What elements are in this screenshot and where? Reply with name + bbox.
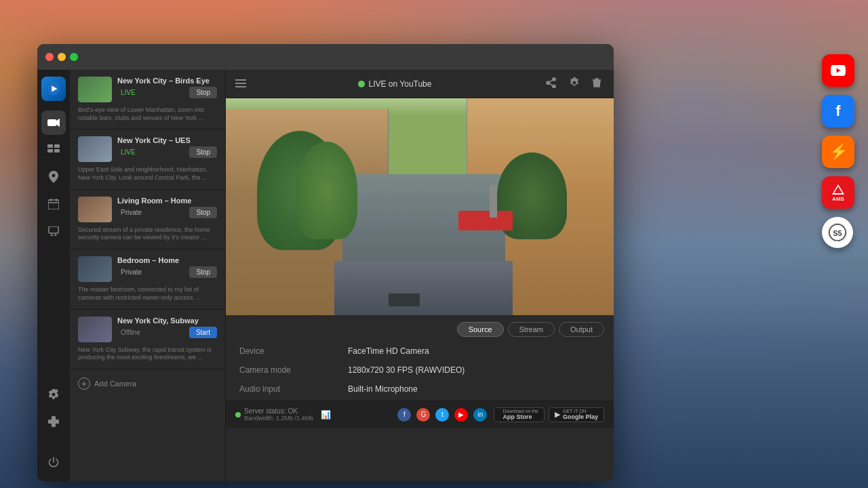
svg-rect-10 xyxy=(47,149,53,152)
maximize-button[interactable] xyxy=(70,53,78,61)
camera-status-4: Offline xyxy=(117,328,144,337)
camera-thumb-1 xyxy=(78,136,112,162)
svg-rect-8 xyxy=(47,144,53,148)
app-logo[interactable] xyxy=(41,77,66,101)
share-button[interactable] xyxy=(543,75,559,94)
traffic-lights xyxy=(45,53,78,61)
sidebar-item-location[interactable] xyxy=(41,165,66,189)
tab-output[interactable]: Output xyxy=(559,322,604,337)
menu-icon[interactable] xyxy=(235,78,246,90)
facebook-dock-icon[interactable]: f xyxy=(822,95,854,127)
sidebar xyxy=(37,70,70,481)
camera-thumb-3 xyxy=(78,256,112,282)
device-row: Device FaceTime HD Camera xyxy=(239,346,600,356)
minimize-button[interactable] xyxy=(58,53,66,61)
camera-name-2: Living Room – Home xyxy=(117,197,217,205)
title-bar xyxy=(37,44,614,70)
app-window: New York City – Birds Eye LIVE Stop Bird… xyxy=(37,44,614,481)
server-status-text: Server status: OK xyxy=(244,407,313,415)
youtube-dock-icon[interactable]: ▶ xyxy=(822,54,854,87)
svg-rect-21 xyxy=(52,416,56,427)
delete-button[interactable] xyxy=(589,75,604,94)
camera-thumb-2 xyxy=(78,197,112,222)
sidebar-item-broadcast[interactable] xyxy=(41,219,66,243)
google-play-button[interactable]: ▶ GET IT ON Google Play xyxy=(549,407,604,422)
view-tabs: Source Stream Output xyxy=(226,315,614,341)
camera-action-btn-0[interactable]: Stop xyxy=(189,87,217,98)
sidebar-item-schedule[interactable] xyxy=(41,192,66,216)
app-store-text: Download on the App Store xyxy=(502,409,538,420)
add-camera-label: Add Camera xyxy=(94,380,136,388)
camera-desc-2: Secured stream of a private residence, t… xyxy=(78,226,217,242)
camera-name-3: Bedroom – Home xyxy=(117,256,217,264)
camera-desc-4: New York City Subway, the rapid transit … xyxy=(78,346,217,362)
camera-mode-row: Camera mode 868x488 30 FPS (RAWVIDEO) xyxy=(239,365,600,375)
camera-thumb-4 xyxy=(78,317,112,342)
close-button[interactable] xyxy=(45,53,54,61)
social-twitter-icon[interactable]: t xyxy=(435,408,449,422)
social-google-icon[interactable]: G xyxy=(416,408,430,422)
camera-desc-0: Bird's-eye view of Lower Manhattan, zoom… xyxy=(78,106,217,122)
camera-list: New York City – Birds Eye LIVE Stop Bird… xyxy=(70,70,225,369)
google-play-icon: ▶ xyxy=(555,410,560,419)
live-status-dot xyxy=(358,81,365,87)
social-facebook-icon[interactable]: f xyxy=(397,408,411,422)
svg-rect-9 xyxy=(54,144,60,148)
tab-source[interactable]: Source xyxy=(457,322,504,337)
audio-input-label: Audio input xyxy=(239,384,348,394)
camera-status-3: Private xyxy=(117,268,145,277)
main-content: New York City – Birds Eye LIVE Stop Bird… xyxy=(37,70,614,481)
sidebar-item-channels[interactable] xyxy=(41,138,66,162)
audio-input-value: Built-in Microphone xyxy=(348,384,418,394)
camera-action-btn-1[interactable]: Stop xyxy=(189,146,217,158)
camera-name-4: New York City, Subway xyxy=(117,317,217,325)
live-status-text: LIVE on YouTube xyxy=(369,79,432,89)
footer-stores: Download on the App Store ▶ GET IT ON Go… xyxy=(494,407,604,422)
social-youtube-icon[interactable]: ▶ xyxy=(454,408,468,422)
camera-name-0: New York City – Birds Eye xyxy=(117,77,217,85)
camera-info-3: Bedroom – Home Private Stop xyxy=(117,256,217,278)
add-camera-icon: + xyxy=(78,378,90,390)
camera-status-0: LIVE xyxy=(117,88,139,97)
camera-action-btn-4[interactable]: Start xyxy=(189,327,217,338)
thunder-dock-icon[interactable]: ⚡ xyxy=(822,136,854,168)
camera-status-2: Private xyxy=(117,208,145,217)
right-dock: ▶ f ⚡ AMS S5 xyxy=(822,54,854,248)
camera-item-4[interactable]: New York City, Subway Offline Start New … xyxy=(70,310,225,369)
camera-action-btn-2[interactable]: Stop xyxy=(189,207,217,218)
google-play-text: GET IT ON Google Play xyxy=(563,409,598,420)
camera-action-btn-3[interactable]: Stop xyxy=(189,266,217,278)
tab-stream[interactable]: Stream xyxy=(508,322,555,337)
server-status: Server status: OK Bandwidth: 1.2Mb /1.4M… xyxy=(235,407,391,422)
live-indicator: LIVE on YouTube xyxy=(253,79,536,89)
server-status-dot xyxy=(235,412,241,418)
camera-item-3[interactable]: Bedroom – Home Private Stop The master b… xyxy=(70,249,225,309)
camera-item-0[interactable]: New York City – Birds Eye LIVE Stop Bird… xyxy=(70,70,225,129)
camera-item-1[interactable]: New York City – UES LIVE Stop Upper East… xyxy=(70,129,225,189)
sidebar-item-settings[interactable] xyxy=(41,382,66,407)
footer-social: f G t ▶ in xyxy=(397,408,487,422)
svg-rect-12 xyxy=(48,200,59,209)
camera-mode-value: 868x488 30 FPS (RAWVIDEO) xyxy=(348,365,465,375)
camera-status-1: LIVE xyxy=(117,148,139,157)
camera-info-1: New York City – UES LIVE Stop xyxy=(117,136,217,158)
settings-button[interactable] xyxy=(566,75,583,94)
camera-info-2: Living Room – Home Private Stop xyxy=(117,197,217,218)
sidebar-item-power[interactable] xyxy=(41,450,66,474)
main-topbar: LIVE on YouTube xyxy=(226,70,614,98)
sidebar-item-first-aid[interactable] xyxy=(41,409,66,434)
bottom-panel: Source Stream Output Device FaceTime HD … xyxy=(226,315,614,401)
svg-rect-11 xyxy=(54,149,60,152)
device-label: Device xyxy=(239,346,348,356)
camera-item-2[interactable]: Living Room – Home Private Stop Secured … xyxy=(70,190,225,249)
sidebar-item-cameras[interactable] xyxy=(41,110,66,135)
bandwidth-text: Bandwidth: 1.2Mb /1.4Mb xyxy=(244,415,313,422)
svg-marker-7 xyxy=(56,119,60,127)
ams-dock-icon[interactable]: AMS xyxy=(822,176,854,209)
footer: Server status: OK Bandwidth: 1.2Mb /1.4M… xyxy=(226,401,614,428)
svg-rect-6 xyxy=(47,119,56,126)
add-camera-button[interactable]: + Add Camera xyxy=(70,369,225,398)
camera-name-1: New York City – UES xyxy=(117,136,217,144)
app-store-button[interactable]: Download on the App Store xyxy=(494,407,545,422)
social-linkedin-icon[interactable]: in xyxy=(473,408,487,422)
